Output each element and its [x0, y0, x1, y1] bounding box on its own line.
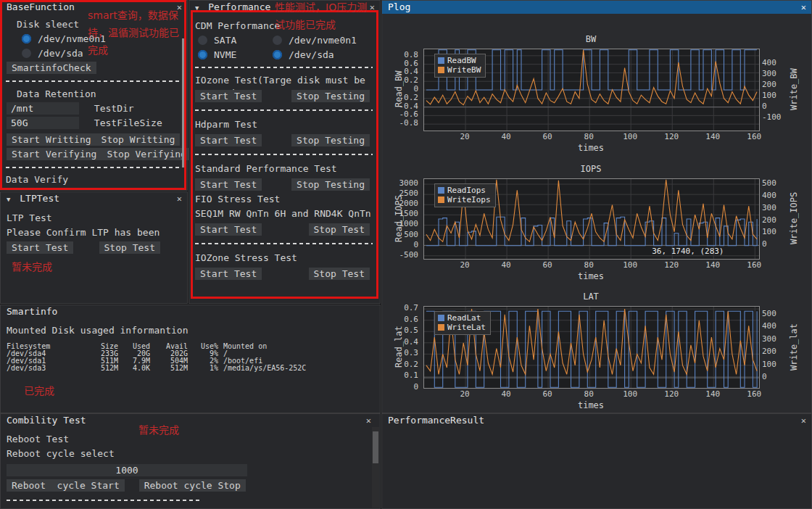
reboot-cycle-stop-button[interactable]: Reboot cycle Stop: [139, 479, 246, 492]
reboot-test-label: Reboot Test: [7, 433, 380, 446]
x-tick: 40: [496, 133, 516, 141]
separator: [195, 109, 373, 111]
iozone-stress-start-button[interactable]: Start Test: [195, 268, 262, 280]
smartinfo-header: Smartinfo: [1, 305, 380, 318]
table-cell: 512M: [150, 365, 188, 372]
table-header-cell: Mounted on: [218, 343, 380, 350]
plog-panel: Plog ✕ BWRead_BWWrite_BWReadBWWriteBW0.8…: [381, 0, 812, 413]
table-cell: 512M: [85, 365, 118, 372]
plog-header: Plog ✕: [382, 1, 811, 14]
x-tick: 160: [744, 261, 764, 270]
radio-perf-sda[interactable]: [273, 50, 282, 59]
x-tick: 100: [620, 390, 640, 399]
radio-perf-sda-label: /dev/sda: [289, 49, 334, 60]
x-tick: 20: [455, 390, 475, 399]
start-writting-button[interactable]: Start Writting: [7, 133, 96, 146]
disk-usage-table: FilesystemSizeUsedAvailUse%Mounted on/de…: [7, 343, 380, 372]
test-dir-input[interactable]: /mnt: [7, 102, 79, 115]
y-tick-right: 400: [762, 191, 794, 200]
x-tick: 140: [703, 261, 723, 270]
y-tick-left: 0.2: [382, 360, 418, 369]
close-icon[interactable]: ✕: [177, 192, 182, 205]
x-tick: 140: [703, 133, 723, 141]
ltptest-title: LTPTest: [20, 193, 59, 204]
radio-sata[interactable]: [198, 36, 207, 45]
scrollbar-thumb[interactable]: [373, 431, 378, 463]
radio-nvme[interactable]: [198, 50, 207, 59]
iozone-test-label: IOzone Test(Targe disk must be mounted o…: [195, 74, 380, 87]
separator: [6, 167, 182, 168]
ltp-start-button[interactable]: Start Test: [7, 241, 73, 254]
x-tick: 140: [703, 390, 723, 399]
iozone-start-button[interactable]: Start Test: [195, 90, 262, 102]
basefunction-title: BaseFunction: [7, 1, 75, 12]
x-tick: 80: [579, 261, 599, 270]
performance-result-panel: PerformanceResult ✕: [381, 413, 812, 509]
smartinfo-title: Smartinfo: [7, 306, 57, 317]
combility-panel: Combility Test ✕ Reboot Test Reboot cycl…: [0, 413, 381, 509]
x-tick: 100: [620, 133, 640, 141]
close-icon[interactable]: ✕: [366, 414, 371, 427]
stop-verifying-button[interactable]: Stop Verifying: [102, 148, 191, 160]
chart-title: BW: [423, 34, 758, 46]
lat-plot[interactable]: ReadLatWriteLat: [423, 306, 760, 389]
chart-title: LAT: [423, 291, 758, 303]
y-tick-left: 500: [382, 231, 418, 239]
smartinfo-check-button[interactable]: SmartinfoCheck: [7, 62, 96, 74]
fio-start-button[interactable]: Start Test: [195, 223, 262, 236]
reboot-cycle-start-button[interactable]: Reboot cycle Start: [7, 479, 125, 492]
collapse-icon[interactable]: ▼: [195, 4, 199, 12]
x-tick: 40: [496, 390, 516, 399]
smartinfo-subtitle: Mounted Disk usaged informantion: [7, 324, 380, 337]
iozone-stop-button[interactable]: Stop Testing: [291, 90, 370, 102]
x-tick: 160: [744, 390, 764, 399]
basefunction-annotation: smart查询，数据保 持，温循测试功能已 完成: [88, 7, 186, 59]
radio-nvme0n1[interactable]: [22, 34, 31, 44]
y-tick-left: 0.1: [382, 371, 418, 380]
performance-title: Performance: [208, 1, 270, 12]
stop-writting-button[interactable]: Stop Writting: [96, 133, 181, 146]
y-tick-right: -100: [762, 113, 794, 122]
iozone-stress-label: IOZone Stress Test: [195, 252, 380, 265]
ltp-hint-label: Please Confirm LTP has been installed: [7, 226, 187, 239]
radio-perf-nvme0n1[interactable]: [273, 36, 282, 45]
combility-header: Combility Test ✕: [1, 414, 380, 427]
x-tick: 80: [579, 390, 599, 399]
fio-sub-label: SEQ1M RW QnTn 6H and RND4K QnTn 6H test: [195, 207, 380, 220]
cycle-count-input[interactable]: 1000: [7, 464, 247, 476]
iops-plot[interactable]: ReadIopsWriteIops36, 1740, (283): [423, 178, 760, 260]
ltp-annotation: 暂未完成: [12, 258, 187, 276]
collapse-icon[interactable]: ▼: [7, 196, 10, 203]
hdparm-start-button[interactable]: Start Test: [195, 134, 262, 146]
fio-stop-button[interactable]: Stop Test: [309, 223, 370, 236]
chart-legend: ReadBWWriteBW: [434, 54, 486, 78]
radio-sda-label: /dev/sda: [38, 48, 83, 59]
standard-start-button[interactable]: Start Test: [195, 178, 262, 191]
fio-stress-label: FIO Stress Test: [195, 193, 380, 206]
y-tick-left: 1000: [382, 220, 418, 228]
cursor-readout: 36, 1740, (283): [652, 247, 724, 256]
y-tick-left: 0: [382, 383, 418, 392]
y-tick-left: -0.8: [382, 119, 418, 128]
table-cell: /media/ys/EA56-252C: [218, 365, 380, 372]
iozone-stress-stop-button[interactable]: Stop Test: [309, 268, 370, 280]
performance-annotation: 性能测试，IO压力测 试功能已完成: [275, 0, 384, 33]
y-tick-left: 0.4: [382, 338, 418, 347]
y-tick-left: 0.3: [382, 349, 418, 357]
iops-chart: IOPSRead_IOPSWrite_IOPSReadIopsWriteIops…: [382, 159, 812, 289]
ltp-stop-button[interactable]: Stop Test: [99, 241, 160, 254]
standard-stop-button[interactable]: Stop Testing: [291, 178, 370, 191]
hdparm-stop-button[interactable]: Stop Testing: [291, 134, 370, 146]
table-cell: 4.0K: [118, 365, 150, 372]
y-tick-left: -0.2: [382, 94, 418, 102]
close-icon[interactable]: ✕: [801, 414, 806, 427]
performance-result-header: PerformanceResult ✕: [382, 414, 811, 427]
test-file-size-input[interactable]: 50G: [7, 117, 79, 129]
x-axis-label: times: [423, 271, 758, 281]
data-retention-label: Data Retention: [17, 88, 187, 101]
bw-plot[interactable]: ReadBWWriteBW: [423, 49, 760, 131]
start-verifying-button[interactable]: Start Verifying: [7, 148, 102, 160]
legend-label: WriteIops: [447, 195, 491, 204]
close-icon[interactable]: ✕: [801, 1, 806, 14]
radio-sda[interactable]: [22, 49, 31, 58]
